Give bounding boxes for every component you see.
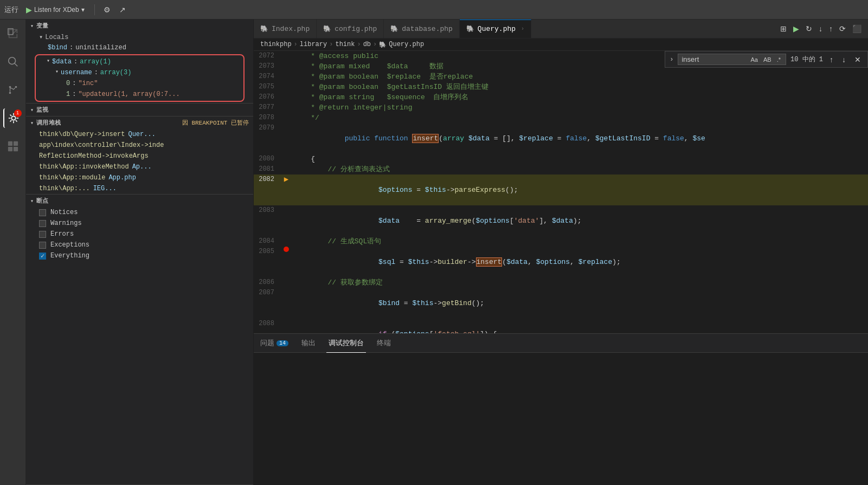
line-2076: 2076 * @param string $sequence 自增序列名 [254, 92, 868, 102]
bp-warnings-checkbox[interactable] [39, 220, 46, 227]
panel-tab-debug-label: 调试控制台 [329, 338, 364, 348]
find-widget: › Aa AB .* 10 中的 1 ↑ ↓ ✕ [665, 51, 868, 68]
panel-tab-problems-label: 问题 [260, 338, 274, 348]
debug-play-btn[interactable]: ▶ [791, 22, 801, 35]
panel-tab-output[interactable]: 输出 [299, 334, 318, 353]
find-close-btn[interactable]: ✕ [852, 54, 863, 65]
line-num-2079: 2079 [254, 123, 281, 133]
play-icon: ▶ [26, 5, 32, 14]
search-icon[interactable] [3, 52, 23, 72]
code-editor[interactable]: › Aa AB .* 10 中的 1 ↑ ↓ ✕ 2072 * @access … [254, 51, 868, 333]
line-content-2074: * @param boolean $replace 是否replace [292, 72, 868, 82]
debug-icon[interactable]: 1 [3, 108, 23, 128]
bp-everything-checkbox[interactable]: ✓ [39, 253, 46, 260]
extensions-icon[interactable] [3, 137, 23, 156]
line-num-2076: 2076 [254, 92, 281, 102]
bp-warnings-label: Warnings [50, 219, 82, 227]
line-content-2086: // 获取参数绑定 [292, 277, 868, 288]
separator [94, 4, 95, 15]
tab-index-label: Index.php [272, 25, 310, 33]
stack-fn-3: think\App::invokeMethod [39, 163, 129, 171]
breadcrumb-db[interactable]: db [363, 41, 371, 48]
callstack-items: think\db\Query->insert Quer... app\index… [26, 129, 253, 194]
stack-item-1[interactable]: app\index\controller\Index->inde [26, 140, 253, 151]
bp-warnings[interactable]: Warnings [26, 218, 253, 229]
var-username[interactable]: ▾ username : array(3) [44, 67, 243, 78]
line-num-2082: 2082 [254, 174, 281, 185]
run-button[interactable]: ▶ Listen for XDeb ▾ [23, 4, 88, 15]
source-control-icon[interactable] [3, 80, 23, 100]
var-data[interactable]: ▾ $data : array(1) [36, 56, 243, 67]
find-prev-btn[interactable]: ↑ [827, 54, 835, 65]
explorer-icon[interactable] [3, 24, 23, 43]
stack-item-2[interactable]: ReflectionMethod->invokeArgs [26, 151, 253, 161]
line-content-2077: * @return integer|string [292, 102, 868, 113]
find-next-btn[interactable]: ↓ [840, 54, 848, 65]
panel-tab-terminal[interactable]: 终端 [375, 334, 393, 353]
bp-errors[interactable]: Errors [26, 229, 253, 240]
stack-item-0[interactable]: think\db\Query->insert Quer... [26, 129, 253, 140]
tab-config-label: config.php [335, 25, 377, 33]
breadcrumb-thinkphp[interactable]: thinkphp [260, 41, 292, 48]
bp-notices-checkbox[interactable] [39, 209, 46, 216]
tab-index[interactable]: 🐘 Index.php [254, 20, 317, 38]
locals-header: ▾ Locals [30, 32, 249, 42]
var-username-name: username [61, 68, 92, 77]
bp-notices[interactable]: Notices [26, 207, 253, 218]
find-input[interactable] [681, 55, 747, 63]
tab-breadcrumb-chevron: › [521, 26, 524, 32]
breakpoints-header[interactable]: ▾ 断点 [26, 195, 253, 207]
svg-rect-9 [8, 147, 12, 151]
tab-php-icon-1: 🐘 [323, 25, 331, 33]
breadcrumb-library[interactable]: library [300, 41, 327, 48]
line-2086: 2086 // 获取参数绑定 [254, 277, 868, 288]
panel-tabs: 问题 14 输出 调试控制台 终端 [254, 334, 868, 353]
debug-step-over-btn[interactable]: ↓ [816, 22, 825, 35]
panel-bottom: 问题 14 输出 调试控制台 终端 [254, 333, 868, 485]
find-case-btn[interactable]: Aa [749, 56, 759, 63]
share-button[interactable]: ↗ [117, 3, 128, 16]
panel-tab-problems[interactable]: 问题 14 [258, 334, 291, 353]
var-bind: $bind : uninitialized [30, 42, 249, 53]
tab-database[interactable]: 🐘 database.php [384, 20, 460, 38]
debug-restart-btn[interactable]: ⟳ [837, 22, 848, 35]
variables-header[interactable]: ▾ 变量 [26, 20, 253, 32]
bp-errors-checkbox[interactable] [39, 231, 46, 238]
svg-point-5 [15, 86, 17, 88]
watch-header[interactable]: ▾ 监视 [26, 104, 253, 116]
stack-item-3[interactable]: think\App::invokeMethod Ap... [26, 161, 253, 172]
line-num-2087: 2087 [254, 288, 281, 298]
tab-config[interactable]: 🐘 config.php [317, 20, 384, 38]
panel-tab-debug-console[interactable]: 调试控制台 [326, 334, 366, 353]
line-content-2084: // 生成SQL语句 [292, 236, 868, 247]
callstack-header[interactable]: ▾ 调用堆栈 因 BREAKPOINT 已暂停 [26, 117, 253, 129]
stack-item-4[interactable]: think\App::module App.php [26, 172, 253, 183]
var-1: 1 : "updateurl(1, array(0:7... [53, 89, 243, 100]
debug-stop-btn[interactable]: ⬛ [850, 22, 864, 35]
debug-refresh-btn[interactable]: ↻ [803, 22, 814, 35]
settings-button[interactable]: ⚙ [101, 3, 113, 16]
bp-exceptions[interactable]: Exceptions [26, 240, 253, 250]
find-input-wrap: Aa AB .* [678, 54, 786, 65]
line-2088: 2088 if ($options['fetch_sql']) { [254, 319, 868, 333]
listen-label: Listen for XDeb [34, 6, 79, 14]
breakpoints-section: ▾ 断点 Notices Warnings Errors Exceptions … [26, 195, 253, 485]
bp-everything[interactable]: ✓ Everything [26, 250, 253, 261]
stack-fn-4: think\App::module [39, 174, 105, 182]
stack-item-5[interactable]: think\App:... IEG... [26, 183, 253, 194]
bp-chevron: ▾ [30, 198, 34, 204]
find-word-btn[interactable]: AB [762, 56, 773, 63]
find-regex-btn[interactable]: .* [775, 56, 782, 63]
panel-content [254, 353, 868, 485]
line-num-2078: 2078 [254, 113, 281, 123]
split-editor-btn[interactable]: ⊞ [778, 22, 789, 35]
breadcrumb-query[interactable]: Query.php [389, 41, 424, 48]
debug-step-into-btn[interactable]: ↑ [827, 22, 835, 35]
breadcrumb-think[interactable]: think [335, 41, 355, 48]
line-num-2080: 2080 [254, 154, 281, 164]
line-content-2081: // 分析查询表达式 [292, 164, 868, 174]
tab-query[interactable]: 🐘 Query.php › [460, 20, 531, 38]
bp-exceptions-checkbox[interactable] [39, 242, 46, 249]
debug-arrow-icon: ▶ [284, 174, 288, 185]
line-num-2072: 2072 [254, 51, 281, 61]
